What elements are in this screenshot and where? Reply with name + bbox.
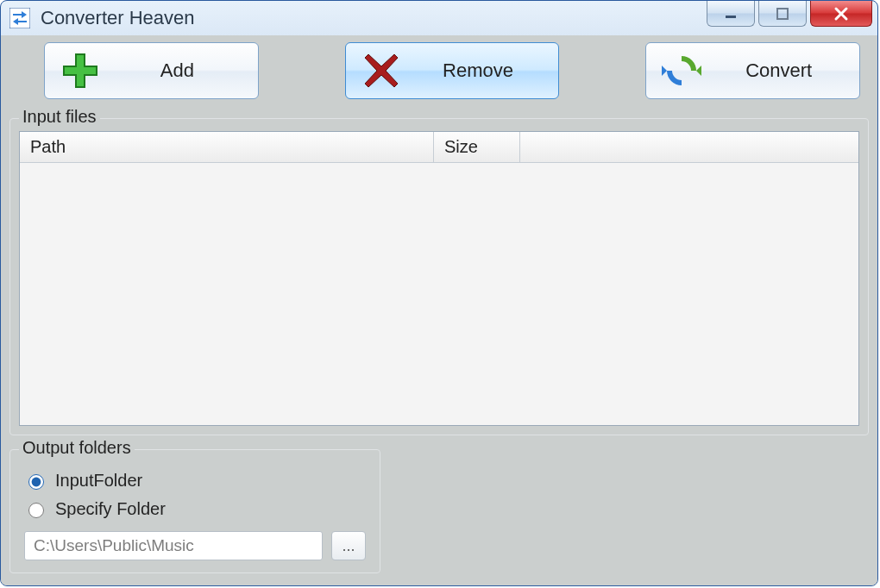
minimize-button[interactable] <box>707 1 755 27</box>
refresh-icon <box>662 51 701 91</box>
column-size[interactable]: Size <box>434 132 520 162</box>
app-window: Converter Heaven Add <box>0 0 878 586</box>
radio-specify-folder[interactable]: Specify Folder <box>24 499 366 519</box>
input-files-group: Input files Path Size <box>9 118 869 435</box>
output-folders-group: Output folders InputFolder Specify Folde… <box>9 449 380 573</box>
output-path-row: ... <box>24 531 366 560</box>
svg-rect-0 <box>9 8 30 28</box>
column-spacer <box>520 132 858 162</box>
client-area: Add Remove <box>1 35 877 585</box>
svg-rect-1 <box>726 16 736 18</box>
svg-marker-3 <box>696 66 701 76</box>
svg-marker-4 <box>662 66 667 76</box>
maximize-button[interactable] <box>758 1 807 27</box>
browse-button[interactable]: ... <box>331 531 366 560</box>
output-path-input[interactable] <box>24 531 323 560</box>
add-label: Add <box>123 59 242 82</box>
remove-button[interactable]: Remove <box>345 42 560 99</box>
close-button[interactable] <box>810 1 872 27</box>
listview-header: Path Size <box>20 132 858 163</box>
listview-body[interactable] <box>20 163 858 425</box>
plus-icon <box>60 51 100 91</box>
column-path[interactable]: Path <box>20 132 434 162</box>
output-folders-legend: Output folders <box>19 438 135 458</box>
window-title: Converter Heaven <box>41 7 195 29</box>
convert-label: Convert <box>724 59 844 82</box>
radio-specify-folder-label: Specify Folder <box>55 499 166 519</box>
add-button[interactable]: Add <box>44 42 259 99</box>
radio-input-folder[interactable]: InputFolder <box>24 471 366 491</box>
window-controls <box>707 1 872 27</box>
radio-input-folder-label: InputFolder <box>55 471 142 491</box>
radio-input-folder-input[interactable] <box>28 474 44 490</box>
browse-label: ... <box>342 537 355 555</box>
x-icon <box>361 51 401 91</box>
input-files-legend: Input files <box>19 107 100 127</box>
app-icon <box>9 8 30 28</box>
svg-rect-2 <box>777 9 788 19</box>
radio-specify-folder-input[interactable] <box>28 503 44 518</box>
input-files-listview[interactable]: Path Size <box>19 131 859 426</box>
convert-button[interactable]: Convert <box>645 42 860 99</box>
toolbar: Add Remove <box>9 41 869 104</box>
remove-label: Remove <box>424 59 544 82</box>
